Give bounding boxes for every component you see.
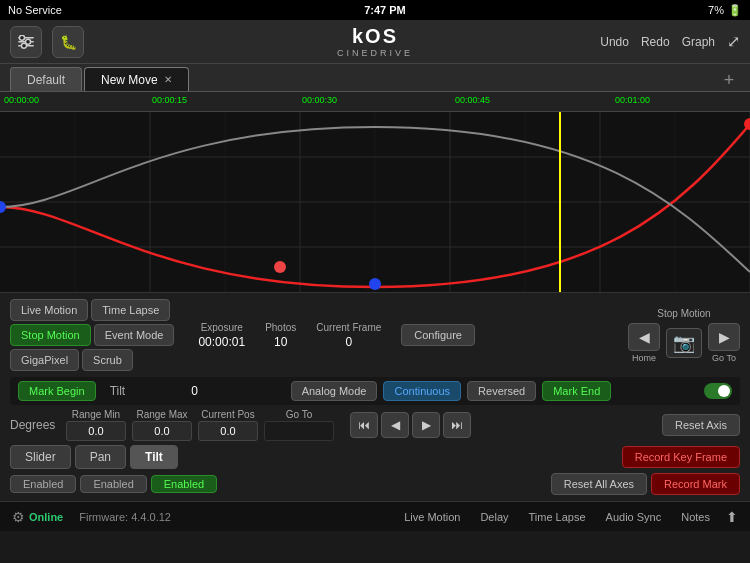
stop-motion-section: Stop Motion ◀ Home 📷 ▶ Go To: [628, 308, 740, 363]
analog-mode-button[interactable]: Analog Mode: [291, 381, 378, 401]
time-marker-1: 00:00:15: [152, 95, 187, 105]
bottom-navigation: Live Motion Delay Time Lapse Audio Sync …: [404, 511, 710, 523]
time-marker-3: 00:00:45: [455, 95, 490, 105]
battery-icon: 🔋: [728, 4, 742, 17]
firmware-version: Firmware: 4.4.0.12: [79, 511, 171, 523]
photos-label: Photos: [265, 322, 296, 333]
bug-icon-button[interactable]: 🐛: [52, 26, 84, 58]
tab-default[interactable]: Default: [10, 67, 82, 91]
pan-enabled-badge[interactable]: Enabled: [80, 475, 146, 493]
continuous-button[interactable]: Continuous: [383, 381, 461, 401]
time-marker-4: 00:01:00: [615, 95, 650, 105]
graph-button[interactable]: Graph: [682, 35, 715, 49]
graph-svg: [0, 112, 750, 292]
goto-button[interactable]: ▶: [708, 323, 740, 351]
goto-pos-label: Go To: [286, 409, 313, 420]
range-min-label: Range Min: [72, 409, 120, 420]
time-display: 7:47 PM: [364, 4, 406, 16]
transport-play[interactable]: ▶: [412, 412, 440, 438]
nav-time-lapse[interactable]: Time Lapse: [529, 511, 586, 523]
nav-live-motion[interactable]: Live Motion: [404, 511, 460, 523]
mixer-icon-button[interactable]: [10, 26, 42, 58]
pan-axis-button[interactable]: Pan: [75, 445, 126, 469]
axis-name-label: Tilt: [110, 384, 126, 398]
tab-default-label: Default: [27, 73, 65, 87]
camera-button[interactable]: 📷: [666, 328, 702, 358]
svg-point-20: [0, 201, 6, 213]
status-bar: No Service 7:47 PM 7% 🔋: [0, 0, 750, 20]
motion-mode-row: Live Motion Time Lapse Stop Motion Event…: [10, 299, 740, 371]
app-sub-logo: CINEDRIVE: [337, 48, 413, 58]
nav-notes[interactable]: Notes: [681, 511, 710, 523]
bottom-bar: ⚙ Online Firmware: 4.4.0.12 Live Motion …: [0, 501, 750, 531]
stop-motion-button[interactable]: Stop Motion: [10, 324, 91, 346]
axis-value-label: 0: [191, 384, 198, 398]
current-frame-value: 0: [316, 335, 381, 349]
time-marker-2: 00:00:30: [302, 95, 337, 105]
tab-new-move-label: New Move: [101, 73, 158, 87]
reset-all-axes-button[interactable]: Reset All Axes: [551, 473, 647, 495]
live-motion-button[interactable]: Live Motion: [10, 299, 88, 321]
slider-enabled-badge[interactable]: Enabled: [10, 475, 76, 493]
time-lapse-button[interactable]: Time Lapse: [91, 299, 170, 321]
expand-icon[interactable]: ⤢: [727, 32, 740, 51]
bug-icon: 🐛: [60, 34, 77, 50]
slider-axis-button[interactable]: Slider: [10, 445, 71, 469]
event-mode-button[interactable]: Event Mode: [94, 324, 175, 346]
service-status: No Service: [8, 4, 62, 16]
svg-point-3: [20, 35, 25, 40]
add-tab-button[interactable]: +: [718, 69, 740, 91]
undo-button[interactable]: Undo: [600, 35, 629, 49]
transport-prev[interactable]: ◀: [381, 412, 409, 438]
transport-next[interactable]: ⏭: [443, 412, 471, 438]
axis-toggle[interactable]: [704, 383, 732, 399]
exposure-label: Exposure: [198, 322, 245, 333]
share-icon[interactable]: ⬆: [726, 509, 738, 525]
record-mark-button[interactable]: Record Mark: [651, 473, 740, 495]
svg-point-23: [274, 261, 286, 273]
nav-delay[interactable]: Delay: [480, 511, 508, 523]
exposure-section: Exposure 00:00:01 Photos 10 Current Fram…: [198, 322, 475, 349]
settings-icon[interactable]: ⚙: [12, 509, 25, 525]
tab-close-icon[interactable]: ✕: [164, 74, 172, 85]
transport-buttons: ⏮ ◀ ▶ ⏭: [350, 412, 471, 438]
current-pos-value: 0.0: [198, 421, 258, 441]
goto-pos-input[interactable]: [264, 421, 334, 441]
battery-level: 7%: [708, 4, 724, 16]
home-button[interactable]: ◀: [628, 323, 660, 351]
configure-button[interactable]: Configure: [401, 324, 475, 346]
current-frame-label: Current Frame: [316, 322, 381, 333]
axis-select-row: Slider Pan Tilt Record Key Frame: [10, 445, 740, 469]
enable-row: Enabled Enabled Enabled Reset All Axes R…: [10, 473, 740, 495]
controls-panel: Live Motion Time Lapse Stop Motion Event…: [0, 292, 750, 501]
tilt-axis-button[interactable]: Tilt: [130, 445, 178, 469]
range-max-value: 0.0: [132, 421, 192, 441]
scrub-button[interactable]: Scrub: [82, 349, 133, 371]
mark-end-button[interactable]: Mark End: [542, 381, 611, 401]
exposure-value: 00:00:01: [198, 335, 245, 349]
redo-button[interactable]: Redo: [641, 35, 670, 49]
tilt-enabled-badge[interactable]: Enabled: [151, 475, 217, 493]
stop-motion-buttons: ◀ Home 📷 ▶ Go To: [628, 323, 740, 363]
time-marker-0: 00:00:00: [4, 95, 39, 105]
tab-new-move[interactable]: New Move ✕: [84, 67, 189, 91]
reset-axis-button[interactable]: Reset Axis: [662, 414, 740, 436]
online-status: Online: [29, 511, 63, 523]
graph-area[interactable]: [0, 112, 750, 292]
transport-prev-begin[interactable]: ⏮: [350, 412, 378, 438]
time-ruler: 00:00:00 00:00:15 00:00:30 00:00:45 00:0…: [0, 92, 750, 112]
range-max-label: Range Max: [136, 409, 187, 420]
gigapixel-button[interactable]: GigaPixel: [10, 349, 79, 371]
current-pos-label: Current Pos: [201, 409, 254, 420]
goto-label: Go To: [712, 353, 736, 363]
stop-motion-label: Stop Motion: [657, 308, 710, 319]
range-min-value: 0.0: [66, 421, 126, 441]
mark-begin-button[interactable]: Mark Begin: [18, 381, 96, 401]
svg-point-21: [369, 278, 381, 290]
photos-value: 10: [265, 335, 296, 349]
nav-audio-sync[interactable]: Audio Sync: [606, 511, 662, 523]
timeline-area[interactable]: 00:00:00 00:00:15 00:00:30 00:00:45 00:0…: [0, 92, 750, 292]
reversed-button[interactable]: Reversed: [467, 381, 536, 401]
record-keyframe-button[interactable]: Record Key Frame: [622, 446, 740, 468]
app-logo: kOS: [337, 25, 413, 48]
